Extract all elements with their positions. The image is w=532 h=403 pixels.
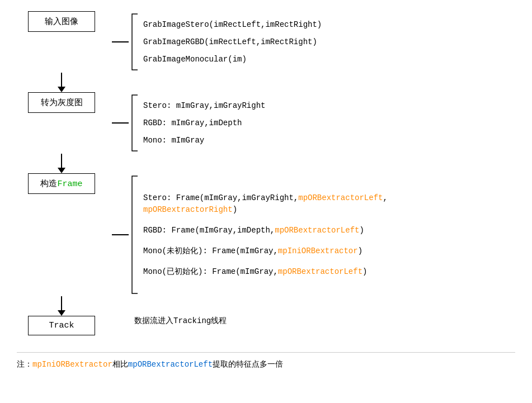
- bracket-svg-2: [129, 92, 139, 154]
- bracket-wrap-1: GrabImageStero(imRectLeft,imRectRight) G…: [129, 11, 322, 73]
- track-description: 数据流进入Tracking线程: [134, 316, 227, 326]
- items-list-3: Stero: Frame(mImGray,imGrayRight,mpORBex…: [139, 173, 388, 296]
- s3-item2-s: ): [359, 226, 364, 235]
- arrow-head-1: [58, 87, 65, 92]
- box1-label: 输入图像: [45, 17, 78, 27]
- arrow-segment-3: [17, 296, 106, 316]
- right-col-3: Stero: Frame(mImGray,imGrayRight,mpORBex…: [106, 173, 515, 296]
- s3-item3-s: ): [358, 246, 362, 255]
- bracket-svg-1: [129, 11, 139, 73]
- list-item: Stero: Frame(mImGray,imGrayRight,mpORBex…: [143, 192, 388, 216]
- box-track: Track: [28, 316, 95, 335]
- items-list-2: Stero: mImGray,imGrayRight RGBD: mImGray…: [139, 92, 265, 154]
- arrow-row-1: [17, 73, 515, 92]
- box4-label: Track: [49, 321, 74, 330]
- list-item: RGBD: Frame(mImGray,imDepth,mpORBextract…: [143, 225, 388, 236]
- box-gray: 转为灰度图: [28, 92, 95, 113]
- s3-item3-p: Mono(未初始化): Frame(mImGray,: [143, 246, 278, 255]
- list-item: Mono(已初始化): Frame(mImGray,mpORBextractor…: [143, 266, 388, 278]
- v-line-1: [61, 73, 62, 87]
- box3-label-prefix: 构造: [40, 179, 57, 189]
- s3-item1-h1: mpORBextractorLeft: [298, 193, 383, 202]
- left-col-3: 构造Frame: [17, 173, 106, 194]
- s3-item1-p1: Stero: Frame(mImGray,imGrayRight,: [143, 193, 298, 202]
- right-col-1: GrabImageStero(imRectLeft,imRectRight) G…: [106, 11, 515, 73]
- note-highlight2: mpORBextractorLeft: [128, 360, 213, 369]
- section-gray: 转为灰度图 Stero: mImGray,imGrayRight RGBD: m…: [17, 92, 515, 154]
- s3-item4-p: Mono(已初始化): Frame(mImGray,: [143, 267, 278, 276]
- arrow-segment-2: [17, 154, 106, 173]
- list-item: Mono(未初始化): Frame(mImGray,mpIniORBextrac…: [143, 245, 388, 257]
- note-section: 注：mpIniORBextractor相比mpORBextractorLeft提…: [17, 352, 515, 369]
- s3-item4-s: ): [362, 267, 367, 276]
- s3-item1-s1: ,: [383, 193, 387, 202]
- s3-item4-h: mpORBextractorLeft: [278, 267, 362, 276]
- arrow-row-2: [17, 154, 515, 173]
- list-item: GrabImageRGBD(imRectLeft,imRectRight): [143, 36, 322, 48]
- arrow-row-3: [17, 296, 515, 316]
- arrow-segment-1: [17, 73, 106, 92]
- section-track: Track 数据流进入Tracking线程: [17, 316, 515, 335]
- items-list-1: GrabImageStero(imRectLeft,imRectRight) G…: [139, 11, 322, 73]
- v-line-2: [61, 154, 62, 168]
- box-frame: 构造Frame: [28, 173, 95, 194]
- left-col-2: 转为灰度图: [17, 92, 106, 113]
- diagram: 输入图像 GrabImageStero(imRectLeft,imRectRig…: [17, 11, 515, 369]
- connector-h-3: [112, 234, 129, 235]
- left-col-4: Track: [17, 316, 106, 335]
- note-highlight1: mpIniORBextractor: [32, 360, 112, 369]
- list-item: RGBD: mImGray,imDepth: [143, 117, 265, 129]
- note-mid: 相比: [112, 360, 128, 369]
- s3-item1-s2: ): [233, 205, 237, 214]
- right-col-2: Stero: mImGray,imGrayRight RGBD: mImGray…: [106, 92, 515, 154]
- arrow-head-2: [58, 168, 65, 173]
- left-col-1: 输入图像: [17, 11, 106, 32]
- section-input-image: 输入图像 GrabImageStero(imRectLeft,imRectRig…: [17, 11, 515, 73]
- note-suffix: 提取的特征点多一倍: [213, 360, 283, 369]
- connector-h-2: [112, 122, 129, 124]
- bracket-svg-3: [129, 173, 139, 296]
- s3-item1-h2: mpORBextractorRight: [143, 205, 233, 214]
- bracket-wrap-2: Stero: mImGray,imGrayRight RGBD: mImGray…: [129, 92, 265, 154]
- s3-item2-p: RGBD: Frame(mImGray,imDepth,: [143, 226, 275, 235]
- section-frame: 构造Frame Stero: Frame(mImGray,imGrayRight…: [17, 173, 515, 296]
- arrow-head-3: [58, 310, 65, 316]
- box2-label: 转为灰度图: [41, 98, 83, 108]
- note-prefix: 注：: [17, 360, 32, 369]
- list-item: Stero: mImGray,imGrayRight: [143, 100, 265, 112]
- v-line-3: [61, 296, 62, 310]
- box3-label-highlight: Frame: [57, 179, 82, 189]
- bracket-wrap-3: Stero: Frame(mImGray,imGrayRight,mpORBex…: [129, 173, 388, 296]
- box-input-image: 输入图像: [28, 11, 95, 32]
- list-item: GrabImageMonocular(im): [143, 54, 322, 65]
- connector-h-1: [112, 41, 129, 42]
- list-item: Mono: mImGray: [143, 135, 265, 146]
- right-col-4: 数据流进入Tracking线程: [106, 316, 515, 326]
- s3-item3-h: mpIniORBextractor: [278, 246, 358, 255]
- s3-item2-h: mpORBextractorLeft: [275, 226, 359, 235]
- list-item: GrabImageStero(imRectLeft,imRectRight): [143, 19, 322, 31]
